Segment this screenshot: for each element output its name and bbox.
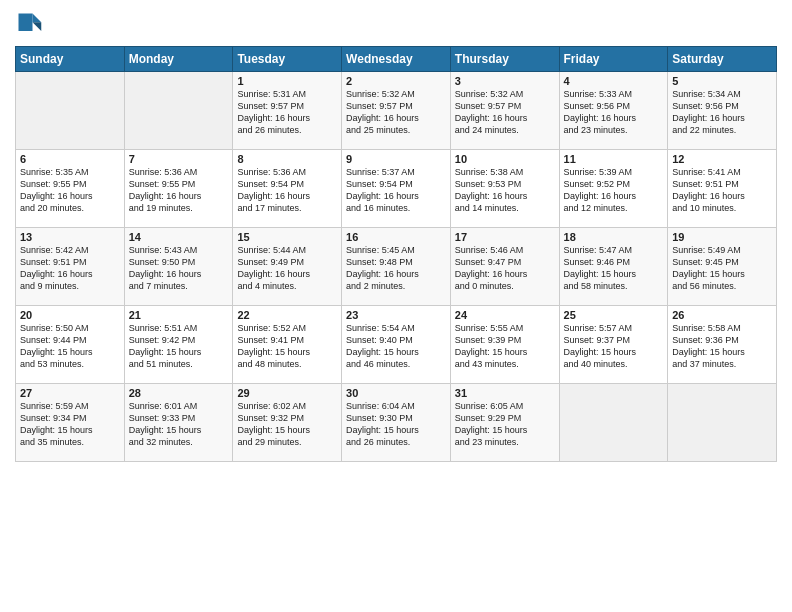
calendar-week-row: 1Sunrise: 5:31 AM Sunset: 9:57 PM Daylig… bbox=[16, 72, 777, 150]
day-number: 3 bbox=[455, 75, 555, 87]
calendar-cell: 20Sunrise: 5:50 AM Sunset: 9:44 PM Dayli… bbox=[16, 306, 125, 384]
day-number: 21 bbox=[129, 309, 229, 321]
logo-icon bbox=[15, 10, 43, 38]
calendar-week-row: 27Sunrise: 5:59 AM Sunset: 9:34 PM Dayli… bbox=[16, 384, 777, 462]
day-info: Sunrise: 5:51 AM Sunset: 9:42 PM Dayligh… bbox=[129, 322, 229, 371]
day-number: 28 bbox=[129, 387, 229, 399]
day-info: Sunrise: 5:44 AM Sunset: 9:49 PM Dayligh… bbox=[237, 244, 337, 293]
calendar-cell: 4Sunrise: 5:33 AM Sunset: 9:56 PM Daylig… bbox=[559, 72, 668, 150]
day-info: Sunrise: 5:43 AM Sunset: 9:50 PM Dayligh… bbox=[129, 244, 229, 293]
calendar-cell: 23Sunrise: 5:54 AM Sunset: 9:40 PM Dayli… bbox=[342, 306, 451, 384]
day-number: 24 bbox=[455, 309, 555, 321]
calendar-cell: 12Sunrise: 5:41 AM Sunset: 9:51 PM Dayli… bbox=[668, 150, 777, 228]
weekday-header: Wednesday bbox=[342, 47, 451, 72]
day-number: 11 bbox=[564, 153, 664, 165]
day-info: Sunrise: 6:05 AM Sunset: 9:29 PM Dayligh… bbox=[455, 400, 555, 449]
calendar-cell: 28Sunrise: 6:01 AM Sunset: 9:33 PM Dayli… bbox=[124, 384, 233, 462]
day-info: Sunrise: 5:46 AM Sunset: 9:47 PM Dayligh… bbox=[455, 244, 555, 293]
calendar-cell: 27Sunrise: 5:59 AM Sunset: 9:34 PM Dayli… bbox=[16, 384, 125, 462]
calendar-cell: 9Sunrise: 5:37 AM Sunset: 9:54 PM Daylig… bbox=[342, 150, 451, 228]
calendar-cell: 18Sunrise: 5:47 AM Sunset: 9:46 PM Dayli… bbox=[559, 228, 668, 306]
calendar-cell: 6Sunrise: 5:35 AM Sunset: 9:55 PM Daylig… bbox=[16, 150, 125, 228]
calendar-cell: 14Sunrise: 5:43 AM Sunset: 9:50 PM Dayli… bbox=[124, 228, 233, 306]
calendar-cell: 19Sunrise: 5:49 AM Sunset: 9:45 PM Dayli… bbox=[668, 228, 777, 306]
day-number: 4 bbox=[564, 75, 664, 87]
day-number: 13 bbox=[20, 231, 120, 243]
header bbox=[15, 10, 777, 38]
calendar-cell: 31Sunrise: 6:05 AM Sunset: 9:29 PM Dayli… bbox=[450, 384, 559, 462]
day-number: 27 bbox=[20, 387, 120, 399]
day-number: 10 bbox=[455, 153, 555, 165]
calendar-cell bbox=[559, 384, 668, 462]
day-number: 18 bbox=[564, 231, 664, 243]
day-number: 7 bbox=[129, 153, 229, 165]
calendar-table: SundayMondayTuesdayWednesdayThursdayFrid… bbox=[15, 46, 777, 462]
weekday-header: Sunday bbox=[16, 47, 125, 72]
svg-rect-2 bbox=[19, 14, 33, 32]
day-number: 9 bbox=[346, 153, 446, 165]
weekday-header: Saturday bbox=[668, 47, 777, 72]
day-info: Sunrise: 5:52 AM Sunset: 9:41 PM Dayligh… bbox=[237, 322, 337, 371]
svg-marker-1 bbox=[33, 22, 42, 31]
day-number: 31 bbox=[455, 387, 555, 399]
day-info: Sunrise: 5:57 AM Sunset: 9:37 PM Dayligh… bbox=[564, 322, 664, 371]
day-number: 22 bbox=[237, 309, 337, 321]
calendar-cell: 1Sunrise: 5:31 AM Sunset: 9:57 PM Daylig… bbox=[233, 72, 342, 150]
day-number: 30 bbox=[346, 387, 446, 399]
day-info: Sunrise: 5:59 AM Sunset: 9:34 PM Dayligh… bbox=[20, 400, 120, 449]
day-number: 2 bbox=[346, 75, 446, 87]
weekday-header: Tuesday bbox=[233, 47, 342, 72]
calendar-cell: 22Sunrise: 5:52 AM Sunset: 9:41 PM Dayli… bbox=[233, 306, 342, 384]
day-info: Sunrise: 5:35 AM Sunset: 9:55 PM Dayligh… bbox=[20, 166, 120, 215]
day-number: 20 bbox=[20, 309, 120, 321]
day-number: 14 bbox=[129, 231, 229, 243]
logo bbox=[15, 10, 47, 38]
day-info: Sunrise: 5:38 AM Sunset: 9:53 PM Dayligh… bbox=[455, 166, 555, 215]
day-info: Sunrise: 6:04 AM Sunset: 9:30 PM Dayligh… bbox=[346, 400, 446, 449]
calendar-cell: 2Sunrise: 5:32 AM Sunset: 9:57 PM Daylig… bbox=[342, 72, 451, 150]
day-number: 1 bbox=[237, 75, 337, 87]
day-info: Sunrise: 5:37 AM Sunset: 9:54 PM Dayligh… bbox=[346, 166, 446, 215]
day-number: 26 bbox=[672, 309, 772, 321]
calendar-week-row: 13Sunrise: 5:42 AM Sunset: 9:51 PM Dayli… bbox=[16, 228, 777, 306]
day-number: 15 bbox=[237, 231, 337, 243]
day-number: 6 bbox=[20, 153, 120, 165]
day-number: 25 bbox=[564, 309, 664, 321]
day-number: 19 bbox=[672, 231, 772, 243]
day-info: Sunrise: 5:45 AM Sunset: 9:48 PM Dayligh… bbox=[346, 244, 446, 293]
weekday-header: Monday bbox=[124, 47, 233, 72]
day-info: Sunrise: 5:41 AM Sunset: 9:51 PM Dayligh… bbox=[672, 166, 772, 215]
calendar-cell: 30Sunrise: 6:04 AM Sunset: 9:30 PM Dayli… bbox=[342, 384, 451, 462]
day-info: Sunrise: 6:02 AM Sunset: 9:32 PM Dayligh… bbox=[237, 400, 337, 449]
day-info: Sunrise: 5:39 AM Sunset: 9:52 PM Dayligh… bbox=[564, 166, 664, 215]
calendar-cell: 10Sunrise: 5:38 AM Sunset: 9:53 PM Dayli… bbox=[450, 150, 559, 228]
day-info: Sunrise: 5:33 AM Sunset: 9:56 PM Dayligh… bbox=[564, 88, 664, 137]
day-info: Sunrise: 5:47 AM Sunset: 9:46 PM Dayligh… bbox=[564, 244, 664, 293]
calendar-cell: 17Sunrise: 5:46 AM Sunset: 9:47 PM Dayli… bbox=[450, 228, 559, 306]
calendar-cell: 29Sunrise: 6:02 AM Sunset: 9:32 PM Dayli… bbox=[233, 384, 342, 462]
calendar-cell bbox=[124, 72, 233, 150]
day-info: Sunrise: 5:34 AM Sunset: 9:56 PM Dayligh… bbox=[672, 88, 772, 137]
day-info: Sunrise: 5:54 AM Sunset: 9:40 PM Dayligh… bbox=[346, 322, 446, 371]
day-info: Sunrise: 5:42 AM Sunset: 9:51 PM Dayligh… bbox=[20, 244, 120, 293]
calendar-cell bbox=[668, 384, 777, 462]
weekday-header: Thursday bbox=[450, 47, 559, 72]
svg-marker-0 bbox=[33, 14, 42, 23]
calendar-cell: 13Sunrise: 5:42 AM Sunset: 9:51 PM Dayli… bbox=[16, 228, 125, 306]
day-info: Sunrise: 5:36 AM Sunset: 9:55 PM Dayligh… bbox=[129, 166, 229, 215]
calendar-week-row: 20Sunrise: 5:50 AM Sunset: 9:44 PM Dayli… bbox=[16, 306, 777, 384]
calendar-cell: 5Sunrise: 5:34 AM Sunset: 9:56 PM Daylig… bbox=[668, 72, 777, 150]
day-info: Sunrise: 5:32 AM Sunset: 9:57 PM Dayligh… bbox=[346, 88, 446, 137]
calendar-cell: 25Sunrise: 5:57 AM Sunset: 9:37 PM Dayli… bbox=[559, 306, 668, 384]
weekday-header: Friday bbox=[559, 47, 668, 72]
day-info: Sunrise: 5:49 AM Sunset: 9:45 PM Dayligh… bbox=[672, 244, 772, 293]
day-info: Sunrise: 5:55 AM Sunset: 9:39 PM Dayligh… bbox=[455, 322, 555, 371]
day-info: Sunrise: 5:58 AM Sunset: 9:36 PM Dayligh… bbox=[672, 322, 772, 371]
page: SundayMondayTuesdayWednesdayThursdayFrid… bbox=[0, 0, 792, 612]
day-number: 12 bbox=[672, 153, 772, 165]
calendar-cell: 7Sunrise: 5:36 AM Sunset: 9:55 PM Daylig… bbox=[124, 150, 233, 228]
calendar-week-row: 6Sunrise: 5:35 AM Sunset: 9:55 PM Daylig… bbox=[16, 150, 777, 228]
calendar-cell: 26Sunrise: 5:58 AM Sunset: 9:36 PM Dayli… bbox=[668, 306, 777, 384]
day-number: 29 bbox=[237, 387, 337, 399]
calendar-cell: 16Sunrise: 5:45 AM Sunset: 9:48 PM Dayli… bbox=[342, 228, 451, 306]
